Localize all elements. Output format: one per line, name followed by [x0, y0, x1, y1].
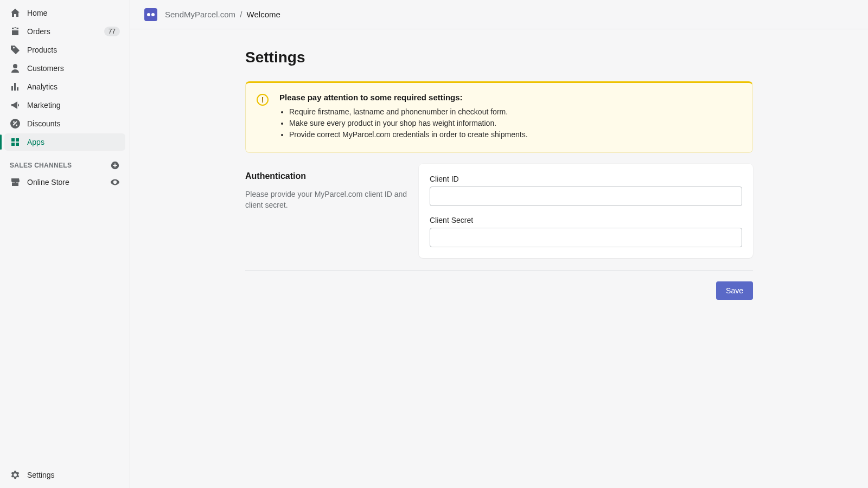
sidebar-item-analytics[interactable]: Analytics: [4, 78, 125, 95]
analytics-icon: [10, 81, 21, 92]
banner-title: Please pay attention to some required se…: [279, 93, 528, 102]
warning-icon: !: [257, 94, 269, 106]
breadcrumb: SendMyParcel.com / Welcome: [165, 10, 280, 19]
sidebar-item-discounts[interactable]: Discounts: [4, 115, 125, 132]
banner-item: Provide correct MyParcel.com credentials…: [289, 130, 528, 139]
client-id-label: Client ID: [430, 175, 742, 183]
sidebar-item-label: Marketing: [27, 101, 120, 110]
authentication-section: Authentication Please provide your MyPar…: [245, 164, 753, 258]
sidebar-item-home[interactable]: Home: [4, 4, 125, 22]
sidebar-item-marketing[interactable]: Marketing: [4, 97, 125, 114]
sidebar-item-apps[interactable]: Apps: [4, 133, 125, 151]
banner-body: Please pay attention to some required se…: [279, 93, 528, 142]
sidebar-item-orders[interactable]: Orders 77: [4, 23, 125, 40]
sidebar-item-label: Online Store: [27, 178, 104, 187]
customers-icon: [10, 63, 21, 74]
banner-list: Require firstname, lastname and phonenum…: [279, 107, 528, 139]
section-header-label: SALES CHANNELS: [10, 162, 72, 169]
home-icon: [10, 8, 21, 18]
store-icon: [10, 177, 21, 188]
breadcrumb-separator: /: [240, 10, 242, 19]
sidebar-item-label: Home: [27, 9, 120, 17]
client-secret-input[interactable]: [430, 228, 742, 247]
banner-item: Make sure every product in your shop has…: [289, 119, 528, 127]
sidebar-item-label: Apps: [27, 138, 120, 146]
apps-icon: [10, 137, 21, 147]
page: Settings ! Please pay attention to some …: [245, 29, 753, 322]
client-id-input[interactable]: [430, 187, 742, 206]
client-id-group: Client ID: [430, 175, 742, 206]
sidebar-item-customers[interactable]: Customers: [4, 60, 125, 77]
save-button[interactable]: Save: [716, 281, 753, 300]
orders-icon: [10, 26, 21, 37]
sidebar-item-label: Customers: [27, 64, 120, 73]
breadcrumb-current: Welcome: [247, 10, 280, 19]
client-secret-group: Client Secret: [430, 216, 742, 247]
page-actions: Save: [245, 281, 753, 300]
sidebar-item-label: Products: [27, 46, 120, 54]
section-info: Authentication Please provide your MyPar…: [245, 164, 408, 258]
orders-badge: 77: [104, 27, 120, 36]
sidebar-item-label: Analytics: [27, 82, 120, 91]
sales-channels-header: SALES CHANNELS: [4, 151, 125, 174]
app-logo-icon: [144, 8, 157, 21]
marketing-icon: [10, 100, 21, 111]
page-title: Settings: [245, 49, 753, 66]
discounts-icon: [10, 118, 21, 129]
add-channel-icon[interactable]: [110, 160, 120, 170]
sidebar-item-online-store[interactable]: Online Store: [4, 174, 125, 191]
client-secret-label: Client Secret: [430, 216, 742, 224]
view-icon[interactable]: [110, 177, 120, 187]
auth-card: Client ID Client Secret: [419, 164, 753, 258]
products-icon: [10, 44, 21, 55]
sidebar-item-settings[interactable]: Settings: [4, 466, 125, 484]
sidebar-item-label: Discounts: [27, 119, 120, 128]
sidebar-item-products[interactable]: Products: [4, 41, 125, 59]
warning-banner: ! Please pay attention to some required …: [245, 81, 753, 153]
sidebar-item-label: Settings: [27, 471, 120, 479]
primary-nav: Home Orders 77 Products Customers Analyt…: [4, 4, 125, 151]
banner-item: Require firstname, lastname and phonenum…: [289, 107, 528, 116]
gear-icon: [10, 470, 21, 480]
section-description: Please provide your MyParcel.com client …: [245, 189, 408, 211]
breadcrumb-app[interactable]: SendMyParcel.com: [165, 10, 235, 19]
divider: [245, 270, 753, 271]
section-heading: Authentication: [245, 171, 408, 181]
sidebar-item-label: Orders: [27, 27, 98, 36]
topbar: SendMyParcel.com / Welcome: [130, 0, 868, 29]
main: SendMyParcel.com / Welcome Settings ! Pl…: [130, 0, 868, 488]
sidebar: Home Orders 77 Products Customers Analyt…: [0, 0, 130, 488]
